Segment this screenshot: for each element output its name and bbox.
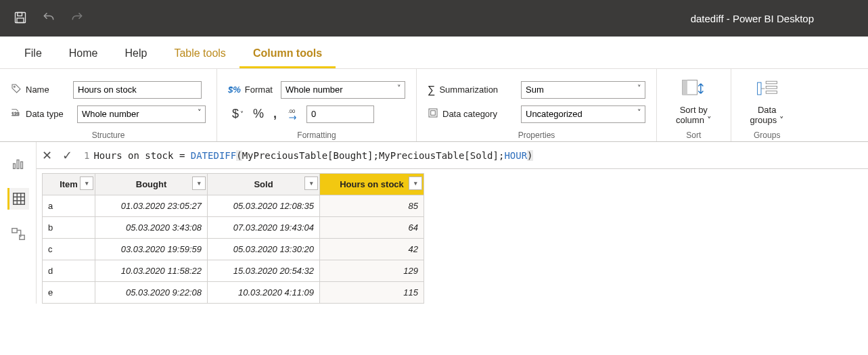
report-view-button[interactable] [7, 153, 29, 174]
undo-icon[interactable] [42, 11, 55, 26]
menu-column-tools[interactable]: Column tools [239, 47, 336, 68]
datatype-label: Data type [26, 109, 64, 119]
svg-rect-1 [18, 12, 22, 16]
summarization-label: Summarization [439, 85, 498, 95]
filter-icon[interactable]: ▾ [80, 176, 93, 190]
window-title: datediff - Power BI Desktop [691, 13, 814, 24]
svg-rect-17 [14, 193, 25, 205]
format-label: Format [245, 85, 273, 95]
filter-icon[interactable]: ▾ [304, 176, 318, 190]
svg-rect-9 [683, 80, 687, 95]
save-icon[interactable] [14, 11, 27, 26]
data-groups-button[interactable]: Data groups ˅ [742, 76, 792, 128]
table-row[interactable]: a01.03.2020 23:05:2705.03.2020 12:08:358… [43, 195, 424, 217]
menu-help[interactable]: Help [111, 47, 160, 68]
svg-rect-14 [13, 164, 15, 168]
model-view-button[interactable] [7, 223, 29, 245]
name-input[interactable] [73, 81, 202, 99]
svg-rect-2 [17, 18, 24, 22]
summarization-dropdown[interactable] [521, 81, 645, 99]
groups-group-label: Groups [742, 128, 792, 140]
data-view-button[interactable] [7, 188, 29, 210]
ribbon: Name 123Data type Structure $%Format $˅ … [0, 69, 868, 142]
table-header-row: Item▾ Bought▾ Sold▾ Hours on stock▾ [43, 174, 424, 195]
data-table: Item▾ Bought▾ Sold▾ Hours on stock▾ a01.… [42, 173, 424, 304]
svg-rect-15 [17, 160, 19, 169]
sort-by-column-label: Sort by column ˅ [676, 105, 712, 125]
table-row[interactable]: b05.03.2020 3:43:0807.03.2020 19:43:0464 [43, 217, 424, 239]
header-hours[interactable]: Hours on stock▾ [320, 174, 424, 195]
main-area: ✕ ✓ 1 Hours on stock = DATEDIFF(MyPrecio… [37, 142, 868, 304]
currency-button[interactable]: $˅ [228, 107, 248, 121]
datacategory-icon [428, 108, 438, 120]
view-rail [0, 142, 37, 304]
svg-text:.00: .00 [288, 108, 295, 114]
datacategory-label: Data category [442, 109, 497, 119]
svg-point-3 [14, 86, 15, 87]
filter-icon[interactable]: ▾ [192, 176, 206, 190]
properties-group-label: Properties [428, 128, 645, 140]
header-item[interactable]: Item▾ [43, 174, 95, 195]
menu-table-tools[interactable]: Table tools [160, 47, 239, 68]
svg-rect-6 [429, 109, 437, 117]
format-dropdown[interactable] [281, 81, 405, 99]
svg-rect-18 [12, 229, 16, 233]
menubar: File Home Help Table tools Column tools [0, 37, 868, 69]
thousands-button[interactable]: , [269, 107, 281, 121]
formula-bar: ✕ ✓ 1 Hours on stock = DATEDIFF(MyPrecio… [37, 142, 868, 169]
svg-rect-19 [19, 235, 24, 239]
svg-rect-11 [766, 81, 777, 84]
header-sold[interactable]: Sold▾ [208, 174, 320, 195]
table-row[interactable]: c03.03.2020 19:59:5905.03.2020 13:30:204… [43, 239, 424, 260]
decimal-toggle-button[interactable]: .00 [282, 108, 305, 121]
svg-rect-10 [757, 82, 760, 95]
svg-rect-16 [20, 162, 22, 168]
header-bought[interactable]: Bought▾ [95, 174, 208, 195]
name-label: Name [26, 85, 49, 95]
datacategory-dropdown[interactable] [521, 105, 645, 123]
menu-file[interactable]: File [11, 47, 55, 68]
ribbon-group-properties: ∑Summarization Data category Properties [417, 69, 657, 141]
svg-rect-13 [766, 91, 777, 94]
groups-icon [755, 78, 779, 101]
ribbon-group-structure: Name 123Data type Structure [0, 69, 217, 141]
svg-text:123: 123 [12, 112, 19, 116]
sort-icon [681, 78, 706, 101]
sort-by-column-button[interactable]: Sort by column ˅ [668, 76, 720, 128]
table-row[interactable]: d10.03.2020 11:58:2215.03.2020 20:54:321… [43, 260, 424, 282]
menu-home[interactable]: Home [55, 47, 112, 68]
structure-group-label: Structure [11, 128, 206, 140]
datatype-dropdown[interactable] [77, 105, 206, 123]
datatype-icon: 123 [11, 108, 22, 120]
titlebar: datediff - Power BI Desktop [0, 0, 868, 37]
svg-rect-12 [766, 86, 777, 89]
sort-group-label: Sort [668, 128, 720, 140]
formula-line-number: 1 [77, 150, 93, 161]
formula-commit-button[interactable]: ✓ [57, 148, 77, 163]
format-icon: $% [228, 85, 241, 95]
tag-icon [11, 83, 22, 96]
ribbon-group-groups: Data groups ˅ Groups [731, 69, 803, 141]
ribbon-group-formatting: $%Format $˅ % , .00 Formatting [217, 69, 417, 141]
percent-button[interactable]: % [249, 107, 268, 121]
sigma-icon: ∑ [428, 84, 435, 96]
formula-cancel-button[interactable]: ✕ [37, 148, 57, 163]
table-row[interactable]: e05.03.2020 9:22:0810.03.2020 4:11:09115 [43, 282, 424, 304]
decimal-places-input[interactable] [306, 105, 374, 123]
redo-icon[interactable] [70, 11, 84, 26]
ribbon-group-sort: Sort by column ˅ Sort [657, 69, 731, 141]
editor-area: ✕ ✓ 1 Hours on stock = DATEDIFF(MyPrecio… [0, 142, 868, 304]
formula-text[interactable]: Hours on stock = DATEDIFF(MyPreciousTabl… [93, 150, 868, 161]
data-groups-label: Data groups ˅ [750, 105, 784, 125]
formatting-group-label: Formatting [228, 128, 405, 140]
filter-icon[interactable]: ▾ [409, 176, 422, 190]
svg-rect-7 [431, 111, 436, 116]
